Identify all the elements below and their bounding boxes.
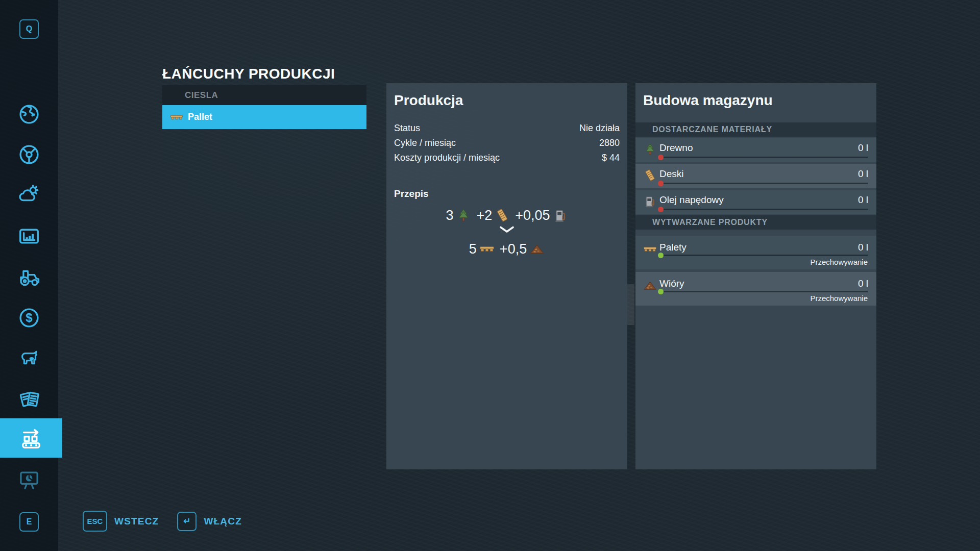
page-title: ŁAŃCUCHY PRODUKCJI [162,66,335,82]
fill-level-bar [659,291,868,292]
steering-wheel-icon [17,143,41,166]
status-dot-red [658,181,664,186]
back-button[interactable]: ESC WSTECZ [83,511,159,532]
recipe-inputs: 3 +2 +0,05 [386,206,627,225]
sidebar-item-contracts[interactable] [17,387,41,412]
recipe-token: 3 [446,208,471,223]
storage-row-label: Drewno [659,142,693,154]
activate-button[interactable]: ↵ WŁĄCZ [177,511,242,532]
info-value: 2880 [599,138,620,148]
sidebar-item-production-chains[interactable] [0,418,62,458]
status-dot-red [658,207,664,212]
storage-row-olej-napedowy: Olej napędowy 0 l [635,190,876,214]
back-button-label: WSTECZ [114,516,159,527]
activate-button-label: WŁĄCZ [204,516,242,527]
diesel-icon [643,194,657,208]
key-hint-e-label: E [27,517,32,527]
sidebar-item-garage[interactable] [17,265,41,289]
pallet-icon [170,111,183,124]
fill-level-bar [659,183,868,184]
storage-panel: Budowa magazynu DOSTARCZANE MATERIAŁY Dr… [635,83,876,469]
storage-row-wiory: Wióry 0 l Przechowywanie [635,272,876,306]
sidebar-item-statistics[interactable] [17,224,41,249]
woodchips-icon [643,279,657,292]
info-value: $ 44 [602,153,620,163]
sidebar-item-presentation[interactable] [17,468,41,492]
statistics-icon [17,225,41,248]
sidebar: Q [0,0,58,551]
footer-hints: ESC WSTECZ ↵ WŁĄCZ [83,511,242,532]
recipe-amount: +0,5 [500,241,527,257]
enter-key-icon: ↵ [177,512,197,531]
globe-icon [17,103,41,126]
boards-icon [495,208,510,223]
sidebar-item-weather[interactable] [17,182,41,206]
recipe-arrow [386,226,627,233]
storage-row-note: Przechowywanie [810,294,868,303]
sidebar-item-animals[interactable] [17,346,41,370]
recipe-token: 5 [469,241,495,257]
key-hint-q-label: Q [26,24,32,34]
animals-cow-icon [17,346,41,370]
presentation-icon [17,468,41,492]
tractor-icon [17,265,41,289]
storage-row-value: 0 l [858,278,868,289]
production-chains-icon [19,426,43,450]
status-dot-green [658,289,664,294]
boards-icon [643,168,657,182]
tree-icon [643,142,657,156]
storage-row-label: Wióry [659,278,684,289]
pallet-icon [479,241,495,257]
storage-row-label: Deski [659,168,684,180]
recipe-token: +2 [476,208,510,223]
recipe-heading: Przepis [394,188,429,199]
esc-key-icon: ESC [83,511,107,532]
production-info: Status Nie działa Cykle / miesiąc 2880 K… [394,121,620,165]
screen: Q [0,0,980,551]
woodchips-icon [529,241,545,257]
info-row-status: Status Nie działa [394,121,620,136]
section-header-products: WYTWARZANE PRODUKTY [635,215,876,230]
sidebar-item-finances[interactable]: $ [17,306,41,330]
chain-list: CIESLA Pallet [162,85,366,129]
recipe-amount: +2 [476,208,492,223]
status-dot-red [658,155,664,160]
finances-dollar-icon: $ [17,306,41,330]
contracts-icon [17,388,41,411]
pallet-icon [643,242,657,256]
svg-text:$: $ [26,311,32,324]
info-label: Status [394,123,420,134]
sidebar-item-vehicles[interactable] [17,142,41,167]
storage-row-label: Palety [659,242,687,253]
chain-item-pallet[interactable]: Pallet [162,105,366,129]
info-row-cycles: Cykle / miesiąc 2880 [394,136,620,151]
storage-row-value: 0 l [858,194,868,206]
key-hint-q[interactable]: Q [19,19,39,39]
section-header-materials: DOSTARCZANE MATERIAŁY [635,122,876,137]
recipe-outputs: 5 +0,5 [386,239,627,259]
recipe-amount: 3 [446,208,453,223]
info-row-costs: Koszty produkcji / miesiąc $ 44 [394,151,620,165]
chevron-down-icon [499,226,514,233]
tree-icon [456,208,471,223]
sidebar-item-map[interactable] [17,102,41,127]
recipe-token: +0,05 [515,208,568,223]
scrollbar-thumb[interactable] [627,284,634,325]
fill-level-bar [659,209,868,210]
production-panel-title: Produkcja [394,92,463,109]
storage-row-label: Olej napędowy [659,194,724,206]
weather-icon [17,182,41,206]
production-panel: Produkcja Status Nie działa Cykle / mies… [386,83,627,469]
storage-row-value: 0 l [858,168,868,180]
chain-item-label: Pallet [188,112,212,122]
fill-level-bar [659,157,868,158]
storage-panel-title: Budowa magazynu [643,92,773,109]
storage-row-value: 0 l [858,242,868,253]
info-label: Koszty produkcji / miesiąc [394,153,500,163]
storage-row-deski: Deski 0 l [635,164,876,188]
chain-group-header: CIESLA [162,85,366,105]
recipe-token: +0,5 [500,241,545,257]
diesel-icon [553,208,568,223]
key-hint-e[interactable]: E [19,512,39,532]
storage-row-drewno: Drewno 0 l [635,138,876,162]
